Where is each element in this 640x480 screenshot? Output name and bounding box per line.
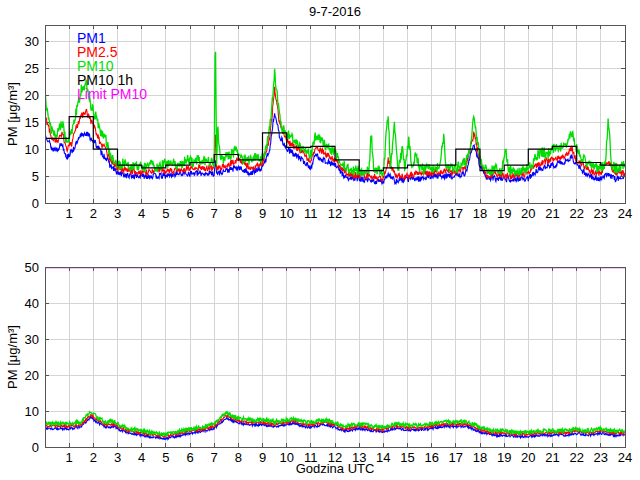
x-axis-label: Godzina UTC [45, 461, 625, 476]
x-tick-label: 16 [424, 206, 438, 221]
y-tick-label: 20 [25, 88, 39, 103]
x-tick-label: 7 [211, 206, 218, 221]
x-tick-label: 13 [352, 206, 366, 221]
y-tick-label: 25 [25, 61, 39, 76]
y-tick-label: 15 [25, 115, 39, 130]
top-y-axis-label: PM [μg/m³] [5, 25, 23, 203]
x-tick-label: 17 [449, 206, 463, 221]
y-tick-label: 40 [25, 296, 39, 311]
x-tick-label: 23 [594, 206, 608, 221]
x-tick-label: 24 [618, 206, 632, 221]
y-tick-label: 30 [25, 332, 39, 347]
x-tick-label: 14 [376, 206, 390, 221]
x-tick-label: 11 [304, 206, 318, 221]
bottom-y-axis-label: PM [μg/m³] [5, 267, 23, 447]
chart-title: 9-7-2016 [45, 4, 625, 19]
x-tick-label: 19 [497, 206, 511, 221]
figure: 1234567891011121314151617181920212223240… [0, 0, 640, 480]
x-tick-label: 18 [473, 206, 487, 221]
x-tick-label: 3 [114, 206, 121, 221]
y-tick-label: 0 [32, 196, 39, 211]
subplot-1: 1234567891011121314151617181920212223240… [25, 260, 633, 466]
x-tick-label: 10 [279, 206, 293, 221]
y-tick-label: 10 [25, 142, 39, 157]
y-tick-label: 30 [25, 34, 39, 49]
x-tick-label: 6 [186, 206, 193, 221]
x-tick-label: 5 [162, 206, 169, 221]
x-tick-label: 4 [138, 206, 145, 221]
y-tick-label: 20 [25, 368, 39, 383]
subplot-0: 1234567891011121314151617181920212223240… [25, 25, 633, 221]
x-tick-label: 2 [90, 206, 97, 221]
x-tick-label: 21 [545, 206, 559, 221]
x-tick-label: 9 [259, 206, 266, 221]
x-tick-label: 20 [521, 206, 535, 221]
x-tick-label: 15 [400, 206, 414, 221]
plot-canvas: 1234567891011121314151617181920212223240… [0, 0, 640, 480]
x-tick-label: 22 [569, 206, 583, 221]
y-tick-label: 50 [25, 260, 39, 275]
y-tick-label: 10 [25, 404, 39, 419]
x-tick-label: 8 [235, 206, 242, 221]
grid [45, 267, 625, 447]
y-tick-label: 0 [32, 440, 39, 455]
x-tick-label: 12 [328, 206, 342, 221]
y-tick-label: 5 [32, 169, 39, 184]
x-tick-label: 1 [66, 206, 73, 221]
tick-labels: 1234567891011121314151617181920212223240… [25, 34, 633, 221]
